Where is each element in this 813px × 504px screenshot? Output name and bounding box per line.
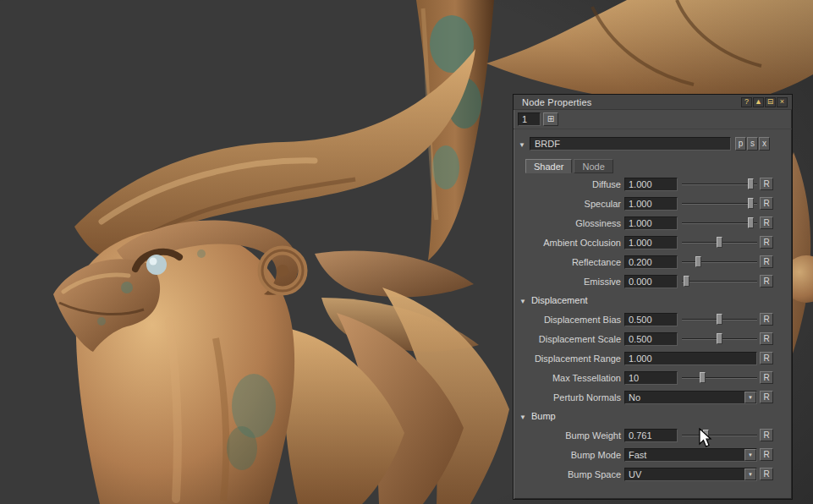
value-field[interactable]: 0.000 bbox=[624, 275, 678, 288]
property-label: Bump Space bbox=[518, 469, 624, 479]
row-displacement-bias: Displacement Bias0.500R bbox=[514, 310, 792, 329]
slider-handle[interactable] bbox=[717, 333, 722, 344]
slider[interactable] bbox=[682, 177, 757, 191]
value-field[interactable]: 10 bbox=[624, 371, 678, 385]
node-properties-panel: Node Properties ? ▲ ⊟ × ⊞ BRDF p s x Sha… bbox=[513, 94, 793, 500]
property-label: Emissive bbox=[518, 277, 624, 287]
value-field[interactable]: 0.500 bbox=[624, 332, 678, 346]
section-header-bump[interactable]: Bump bbox=[514, 407, 792, 425]
slider-track[interactable] bbox=[682, 222, 757, 224]
slider[interactable] bbox=[682, 216, 757, 230]
collapse-triangle-icon bbox=[519, 296, 526, 305]
tab-shader[interactable]: Shader bbox=[525, 159, 572, 173]
dropdown-bump-space[interactable]: UV▼ bbox=[624, 468, 757, 481]
pin-button[interactable]: ▲ bbox=[753, 97, 764, 107]
value-field[interactable]: 0.761 bbox=[624, 429, 678, 442]
collapse-triangle-icon bbox=[519, 412, 526, 421]
chevron-down-icon[interactable]: ▼ bbox=[744, 449, 756, 461]
slider[interactable] bbox=[682, 312, 757, 326]
reset-button[interactable]: R bbox=[760, 216, 773, 229]
property-label: Displacement Range bbox=[518, 353, 624, 364]
reset-button[interactable]: R bbox=[760, 313, 773, 326]
value-field[interactable]: 0.500 bbox=[624, 313, 678, 326]
slider-track[interactable] bbox=[682, 203, 757, 205]
application-window: Node Properties ? ▲ ⊟ × ⊞ BRDF p s x Sha… bbox=[0, 0, 813, 504]
chevron-down-icon[interactable]: ▼ bbox=[744, 468, 756, 480]
property-label: Ambient Occlusion bbox=[518, 238, 624, 248]
grid-icon: ⊞ bbox=[547, 115, 554, 123]
minimize-icon: ⊟ bbox=[767, 98, 774, 106]
row-diffuse: Diffuse1.000R bbox=[514, 174, 792, 194]
slider-handle[interactable] bbox=[700, 372, 706, 383]
dropdown-perturb-normals[interactable]: No▼ bbox=[624, 391, 757, 404]
row-bump-mode: Bump ModeFast▼R bbox=[514, 445, 792, 464]
collapse-triangle-icon[interactable] bbox=[519, 140, 525, 149]
slider-handle[interactable] bbox=[748, 198, 754, 209]
node-index-input[interactable] bbox=[518, 112, 541, 126]
s-button[interactable]: s bbox=[747, 137, 758, 151]
value-field[interactable]: 1.000 bbox=[624, 236, 678, 249]
reset-button[interactable]: R bbox=[760, 391, 773, 403]
panel-toolbar: ⊞ bbox=[514, 110, 792, 129]
x-button[interactable]: x bbox=[759, 137, 770, 151]
node-header: BRDF p s x bbox=[514, 136, 792, 151]
row-glossiness: Glossiness1.000R bbox=[514, 213, 792, 233]
help-button[interactable]: ? bbox=[741, 97, 752, 107]
value-field[interactable]: 1.000 bbox=[624, 197, 678, 211]
slider[interactable] bbox=[682, 331, 757, 346]
chevron-down-icon[interactable]: ▼ bbox=[744, 392, 756, 403]
reset-button[interactable]: R bbox=[760, 352, 773, 364]
tab-bar: ShaderNode bbox=[525, 159, 792, 173]
panel-titlebar[interactable]: Node Properties ? ▲ ⊟ × bbox=[514, 95, 792, 110]
property-label: Glossiness bbox=[518, 218, 624, 228]
reset-button[interactable]: R bbox=[760, 448, 773, 461]
reset-button[interactable]: R bbox=[760, 468, 773, 480]
slider-track[interactable] bbox=[682, 435, 757, 436]
row-max-tessellation: Max Tessellation10R bbox=[514, 368, 792, 387]
value-field[interactable]: 1.000 bbox=[624, 216, 678, 230]
slider-track[interactable] bbox=[682, 184, 757, 185]
reset-button[interactable]: R bbox=[760, 197, 773, 210]
select-node-button[interactable]: ⊞ bbox=[543, 112, 558, 126]
slider-track[interactable] bbox=[682, 261, 757, 263]
row-reflectance: Reflectance0.200R bbox=[514, 252, 792, 271]
slider-handle[interactable] bbox=[748, 217, 754, 228]
slider-handle[interactable] bbox=[717, 237, 722, 248]
node-type-field[interactable]: BRDF bbox=[530, 137, 731, 151]
p-button[interactable]: p bbox=[735, 137, 746, 151]
slider-handle[interactable] bbox=[748, 178, 754, 189]
row-emissive: Emissive0.000R bbox=[514, 271, 792, 291]
minimize-button[interactable]: ⊟ bbox=[765, 97, 776, 107]
close-button[interactable]: × bbox=[777, 97, 788, 107]
reset-button[interactable]: R bbox=[760, 178, 773, 190]
reset-button[interactable]: R bbox=[760, 429, 773, 441]
slider-handle[interactable] bbox=[684, 276, 689, 287]
property-label: Diffuse bbox=[518, 179, 624, 189]
row-bump-weight: Bump Weight0.761R bbox=[514, 425, 792, 445]
row-specular: Specular1.000R bbox=[514, 194, 792, 213]
reset-button[interactable]: R bbox=[760, 371, 773, 384]
slider-track[interactable] bbox=[682, 281, 757, 282]
dropdown-value: No bbox=[625, 392, 744, 403]
section-header-displacement[interactable]: Displacement bbox=[514, 291, 792, 310]
reset-button[interactable]: R bbox=[760, 236, 773, 249]
tab-node[interactable]: Node bbox=[574, 159, 612, 173]
slider[interactable] bbox=[682, 274, 757, 288]
value-field[interactable]: 1.000 bbox=[624, 178, 678, 191]
slider[interactable] bbox=[682, 196, 757, 211]
reset-button[interactable]: R bbox=[760, 255, 773, 268]
slider-handle[interactable] bbox=[695, 256, 701, 267]
slider[interactable] bbox=[682, 428, 757, 442]
reset-button[interactable]: R bbox=[760, 332, 773, 345]
dropdown-bump-mode[interactable]: Fast▼ bbox=[624, 448, 757, 462]
reset-button[interactable]: R bbox=[760, 275, 773, 288]
panel-title: Node Properties bbox=[522, 97, 740, 107]
slider-track[interactable] bbox=[682, 377, 757, 379]
slider[interactable] bbox=[682, 255, 757, 269]
slider-handle[interactable] bbox=[703, 430, 709, 441]
slider[interactable] bbox=[682, 370, 757, 385]
slider[interactable] bbox=[682, 235, 757, 249]
value-field[interactable]: 0.200 bbox=[624, 255, 678, 269]
value-field[interactable]: 1.000 bbox=[624, 352, 757, 365]
slider-handle[interactable] bbox=[717, 314, 722, 325]
